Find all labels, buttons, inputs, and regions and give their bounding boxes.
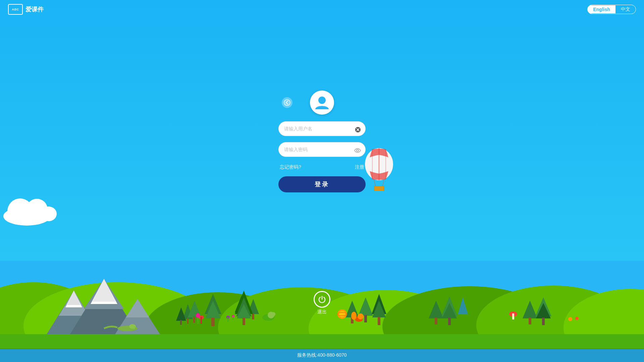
- svg-rect-76: [448, 318, 451, 325]
- svg-rect-53: [227, 317, 229, 322]
- avatar-area: [278, 90, 366, 115]
- svg-rect-65: [378, 317, 380, 325]
- svg-rect-43: [211, 318, 215, 326]
- service-hotline: 服务热线:400-880-6070: [297, 352, 346, 358]
- svg-point-95: [357, 149, 359, 152]
- password-input[interactable]: [278, 142, 366, 157]
- svg-rect-51: [243, 318, 245, 325]
- username-input[interactable]: [278, 121, 366, 136]
- svg-line-5: [382, 180, 384, 187]
- back-button[interactable]: [282, 97, 292, 108]
- show-password-icon[interactable]: [354, 148, 361, 154]
- svg-point-86: [575, 317, 579, 320]
- svg-rect-7: [374, 186, 384, 191]
- svg-point-67: [339, 311, 345, 317]
- bottom-bar: 服务热线:400-880-6070: [0, 349, 644, 362]
- language-switcher: English 中文: [587, 5, 636, 14]
- svg-point-39: [196, 313, 200, 318]
- eye-icon: [354, 148, 361, 153]
- svg-rect-47: [252, 313, 254, 319]
- svg-point-91: [318, 97, 326, 104]
- svg-point-11: [41, 206, 57, 221]
- clear-input-icon: [355, 127, 361, 133]
- svg-rect-34: [193, 317, 195, 323]
- login-button[interactable]: 登录: [278, 176, 366, 192]
- svg-point-85: [568, 317, 572, 321]
- svg-point-89: [129, 324, 136, 329]
- svg-point-70: [358, 313, 364, 319]
- svg-point-58: [271, 312, 275, 316]
- forgot-password-link[interactable]: 忘记密码?: [280, 164, 301, 170]
- svg-rect-36: [180, 320, 182, 325]
- exit-icon: [314, 291, 330, 308]
- svg-rect-62: [364, 315, 367, 322]
- cloud-left: [0, 194, 60, 228]
- svg-rect-55: [232, 316, 233, 320]
- password-wrapper: [278, 142, 366, 160]
- svg-rect-38: [201, 317, 202, 324]
- clear-icon[interactable]: [355, 127, 361, 134]
- english-lang-button[interactable]: English: [588, 5, 615, 13]
- logo-area: ABC 爱课件: [8, 4, 44, 15]
- app-name: 爱课件: [25, 5, 44, 13]
- logo-icon: ABC: [8, 4, 23, 15]
- svg-rect-32: [187, 318, 189, 324]
- svg-rect-82: [542, 318, 545, 325]
- login-container: 忘记密码? 注册 登录: [278, 90, 366, 192]
- exit-label: 退出: [317, 309, 327, 315]
- exit-button[interactable]: 退出: [314, 291, 330, 315]
- avatar: [310, 90, 334, 115]
- svg-rect-84: [512, 313, 514, 319]
- svg-rect-73: [435, 318, 437, 324]
- svg-point-71: [351, 312, 357, 320]
- svg-line-4: [374, 180, 376, 187]
- back-arrow-icon: [284, 99, 290, 106]
- chinese-lang-button[interactable]: 中文: [615, 5, 636, 14]
- header: ABC 爱课件 English 中文: [0, 0, 644, 19]
- username-wrapper: [278, 121, 366, 139]
- form-links: 忘记密码? 注册: [278, 164, 366, 170]
- avatar-icon: [314, 94, 330, 111]
- register-link[interactable]: 注册: [355, 164, 364, 170]
- svg-rect-87: [0, 334, 644, 349]
- svg-rect-79: [529, 318, 531, 324]
- svg-point-90: [284, 100, 290, 106]
- hot-air-balloon: [362, 147, 396, 191]
- power-icon: [318, 295, 326, 303]
- svg-rect-40: [197, 318, 199, 324]
